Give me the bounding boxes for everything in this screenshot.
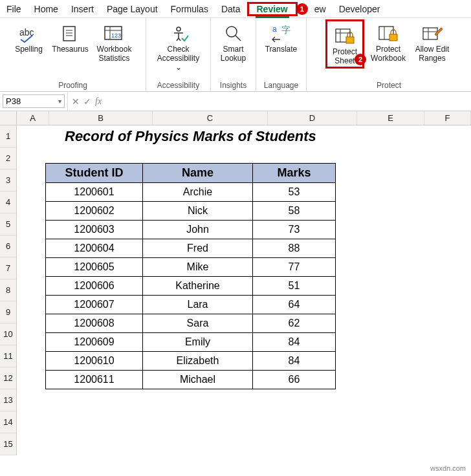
- name-box[interactable]: P38 ▾: [3, 94, 65, 108]
- row-header-11[interactable]: 11: [0, 345, 17, 367]
- cell-id[interactable]: 1200611: [46, 371, 143, 389]
- check-accessibility-label-1: Check: [167, 45, 189, 54]
- row-header-6[interactable]: 6: [0, 235, 17, 257]
- cell-id[interactable]: 1200610: [46, 352, 143, 371]
- svg-rect-1: [63, 27, 75, 41]
- group-accessibility-label: Accessibility: [149, 81, 208, 91]
- group-language: a字 Translate Language: [256, 18, 307, 91]
- row-header-1[interactable]: 1: [0, 125, 17, 147]
- group-accessibility: Check Accessibility ⌄ Accessibility: [146, 18, 211, 91]
- protect-sheet-icon: [334, 25, 355, 48]
- row-header-8[interactable]: 8: [0, 279, 17, 301]
- smart-lookup-button[interactable]: Smart Lookup: [216, 19, 251, 63]
- cell-marks[interactable]: 66: [253, 371, 336, 389]
- cell-name[interactable]: Sara: [143, 314, 253, 333]
- cell-id[interactable]: 1200609: [46, 333, 143, 352]
- cell-name[interactable]: Archie: [143, 183, 253, 202]
- cell-name[interactable]: Lara: [143, 296, 253, 314]
- cell-marks[interactable]: 84: [253, 333, 336, 352]
- cancel-icon[interactable]: ✕: [72, 96, 80, 107]
- table-row: 1200604Fred88: [46, 239, 336, 258]
- cell-marks[interactable]: 88: [253, 239, 336, 258]
- data-table: Student ID Name Marks 1200601Archie53120…: [45, 163, 336, 389]
- thesaurus-icon: [61, 22, 80, 45]
- menu-insert[interactable]: Insert: [65, 1, 100, 17]
- cell-marks[interactable]: 53: [253, 183, 336, 202]
- header-name[interactable]: Name: [143, 164, 253, 183]
- row-header-5[interactable]: 5: [0, 213, 17, 235]
- row-header-9[interactable]: 9: [0, 301, 17, 323]
- cell-marks[interactable]: 84: [253, 352, 336, 371]
- cell-id[interactable]: 1200605: [46, 258, 143, 277]
- row-header-12[interactable]: 12: [0, 367, 17, 389]
- row-header-13[interactable]: 13: [0, 389, 17, 411]
- header-student-id[interactable]: Student ID: [46, 164, 143, 183]
- col-header-C[interactable]: C: [153, 111, 268, 125]
- menu-home[interactable]: Home: [28, 1, 65, 17]
- cell-name[interactable]: Fred: [143, 239, 253, 258]
- cell-name[interactable]: Elizabeth: [143, 352, 253, 371]
- formula-controls: ✕ ✓ fx: [67, 92, 105, 111]
- col-header-F[interactable]: F: [424, 111, 471, 125]
- group-protect-label: Protect: [309, 81, 468, 91]
- spelling-button[interactable]: abc Spelling: [12, 19, 47, 54]
- sheet-area[interactable]: Record of Physics Marks of Students Stud…: [17, 125, 471, 145]
- thesaurus-button[interactable]: Thesaurus: [50, 19, 91, 54]
- cell-name[interactable]: Katherine: [143, 277, 253, 296]
- row-header-3[interactable]: 3: [0, 169, 17, 191]
- cell-name[interactable]: Emily: [143, 333, 253, 352]
- cell-id[interactable]: 1200608: [46, 314, 143, 333]
- col-header-D[interactable]: D: [268, 111, 357, 125]
- menu-developer[interactable]: Developer: [333, 1, 387, 17]
- cell-id[interactable]: 1200603: [46, 221, 143, 239]
- select-all-corner[interactable]: [0, 111, 17, 125]
- col-header-A[interactable]: A: [17, 111, 49, 125]
- chevron-down-icon[interactable]: ▾: [58, 98, 61, 105]
- menu-data[interactable]: Data: [215, 1, 247, 17]
- cell-marks[interactable]: 64: [253, 296, 336, 314]
- translate-button[interactable]: a字 Translate: [261, 19, 301, 54]
- cell-marks[interactable]: 58: [253, 202, 336, 221]
- workbook-statistics-button[interactable]: 123 Workbook Statistics: [94, 19, 135, 63]
- workbook-statistics-label-2: Statistics: [98, 54, 129, 63]
- cell-id[interactable]: 1200602: [46, 202, 143, 221]
- row-header-10[interactable]: 10: [0, 323, 17, 345]
- formula-input[interactable]: [105, 92, 471, 111]
- menu-formulas[interactable]: Formulas: [164, 1, 215, 17]
- enter-icon[interactable]: ✓: [83, 96, 91, 107]
- cell-name[interactable]: Nick: [143, 202, 253, 221]
- allow-edit-ranges-label-1: Allow Edit: [415, 45, 450, 54]
- annotation-badge-2: 2: [355, 54, 366, 65]
- cell-marks[interactable]: 51: [253, 277, 336, 296]
- cell-marks[interactable]: 77: [253, 258, 336, 277]
- cell-name[interactable]: Michael: [143, 371, 253, 389]
- allow-edit-ranges-button[interactable]: Allow Edit Ranges: [412, 19, 452, 63]
- cell-id[interactable]: 1200601: [46, 183, 143, 202]
- protect-workbook-button[interactable]: Protect Workbook: [368, 19, 408, 63]
- menu-review[interactable]: Review: [250, 1, 294, 17]
- cell-marks[interactable]: 73: [253, 221, 336, 239]
- row-header-2[interactable]: 2: [0, 147, 17, 169]
- cell-name[interactable]: Mike: [143, 258, 253, 277]
- svg-point-9: [177, 27, 181, 31]
- row-header-14[interactable]: 14: [0, 411, 17, 433]
- cell-marks[interactable]: 62: [253, 314, 336, 333]
- col-header-B[interactable]: B: [49, 111, 153, 125]
- row-header-7[interactable]: 7: [0, 257, 17, 279]
- header-marks[interactable]: Marks: [253, 164, 336, 183]
- cell-id[interactable]: 1200606: [46, 277, 143, 296]
- row-header-4[interactable]: 4: [0, 191, 17, 213]
- col-header-E[interactable]: E: [357, 111, 424, 125]
- check-accessibility-button[interactable]: Check Accessibility ⌄: [154, 19, 203, 72]
- menu-file[interactable]: File: [0, 1, 28, 17]
- row-header-15[interactable]: 15: [0, 433, 17, 455]
- group-protect: Protect Sheet 2 Protect Workbook Allow E…: [307, 18, 471, 91]
- fx-icon[interactable]: fx: [95, 96, 102, 107]
- menu-bar: File Home Insert Page Layout Formulas Da…: [0, 0, 471, 18]
- name-box-value: P38: [6, 96, 21, 106]
- cell-name[interactable]: John: [143, 221, 253, 239]
- menu-page-layout[interactable]: Page Layout: [100, 1, 164, 17]
- cell-id[interactable]: 1200607: [46, 296, 143, 314]
- menu-view-partial[interactable]: ew: [308, 1, 333, 17]
- cell-id[interactable]: 1200604: [46, 239, 143, 258]
